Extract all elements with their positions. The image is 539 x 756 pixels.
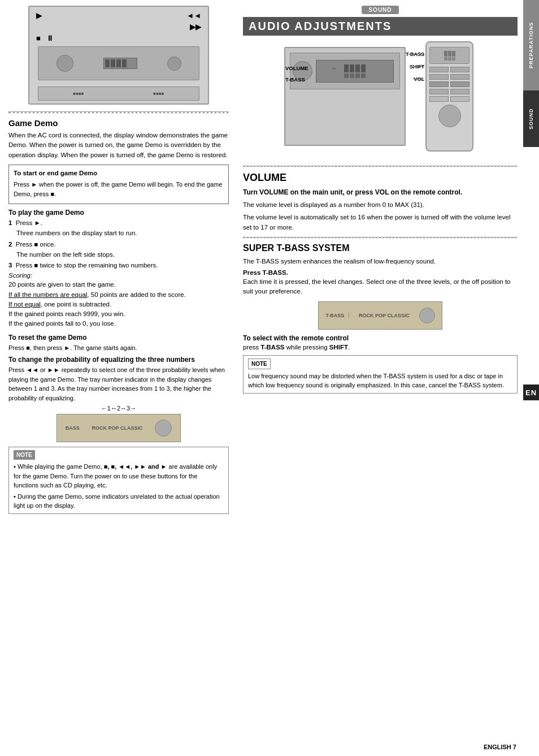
- stop-square: ■: [36, 34, 41, 42]
- side-tabs: PREPARATIONS SOUND: [523, 0, 539, 147]
- separator-1: [8, 111, 229, 114]
- remote-wheel: [429, 105, 470, 127]
- right-top-header: SOUND: [243, 6, 518, 14]
- step-3: 3 Press ■ twice to stop the remaining tw…: [8, 261, 229, 270]
- device-panel: [38, 46, 199, 80]
- volume-title: VOLUME: [243, 172, 518, 184]
- super-tbass-body-1: The T-BASS system enhances the realism o…: [243, 257, 518, 266]
- reset-demo-text: Press ■, then press ►. The game starts a…: [8, 343, 229, 353]
- play-steps: 1 Press ►. Three numbers on the display …: [8, 218, 229, 270]
- remote-control: [425, 41, 473, 152]
- unit-display: [316, 60, 394, 83]
- remote-buttons: [427, 64, 472, 105]
- tbass-display-screen: T-BASS ROCK POP CLASSIC: [318, 301, 442, 330]
- reset-demo-heading: To reset the game Demo: [8, 334, 229, 342]
- volume-body-2: The volume level is automatically set to…: [243, 213, 518, 232]
- left-column: ▶ ◄◄ ▶▶ ■ ⏸: [0, 0, 237, 524]
- note-item-1: • While playing the game Demo, ■, ■, ◄◄,…: [14, 462, 224, 490]
- pause-bars: ⏸: [46, 34, 54, 42]
- game-display-screen: BASS ROCK POP CLASSIC: [56, 414, 181, 442]
- knob-2: [167, 57, 181, 71]
- note-text-right: Low frequency sound may be distorted whe…: [248, 371, 512, 390]
- remote-select-text: press T-BASS while pressing SHIFT.: [243, 344, 518, 351]
- step-2: 2 Press ■ once.: [8, 240, 229, 249]
- two-column-layout: ▶ ◄◄ ▶▶ ■ ⏸: [0, 0, 523, 524]
- score-item-1: 20 points are given to start the game.: [8, 280, 229, 290]
- remote-select-heading: To select with the remote control: [243, 334, 518, 342]
- game-demo-body: When the AC cord is connected, the displ…: [8, 131, 229, 160]
- play-arrow: ▶: [36, 11, 42, 20]
- device-drawing-left: ▶ ◄◄ ▶▶ ■ ⏸: [28, 6, 209, 105]
- audio-adjustments-title: AUDIO ADJUSTMENTS: [243, 17, 518, 36]
- volume-section: VOLUME Turn VOLUME on the main unit, or …: [243, 172, 518, 232]
- game-demo-section: Game Demo When the AC cord is connected,…: [8, 118, 229, 514]
- volume-arrow: →: [331, 65, 337, 72]
- en-tab: En: [523, 385, 539, 400]
- super-tbass-body-2: Each time it is pressed, the level chang…: [243, 277, 518, 297]
- knob: [56, 55, 73, 72]
- start-end-demo-box: To start or end game Demo Press ► when t…: [8, 165, 229, 204]
- probability-text: Press ◄◄ or ►► repeatedly to select one …: [8, 365, 229, 403]
- score-item-5: If the gained points fall to 0, you lose…: [8, 319, 229, 329]
- main-unit: →: [284, 47, 406, 146]
- note-box-left: NOTE • While playing the game Demo, ■, ■…: [8, 447, 229, 514]
- step-1-sub: Three numbers on the display start to ru…: [16, 228, 229, 238]
- sound-tab: SOUND: [523, 90, 539, 147]
- page: PREPARATIONS SOUND En ▶ ◄◄ ▶▶ ■ ⏸: [0, 0, 539, 756]
- volume-label: VOLUME: [285, 65, 308, 71]
- device-diagram-right: →: [284, 41, 476, 160]
- note-label-right: NOTE: [248, 358, 271, 369]
- press-tbass-heading: Press T-BASS.: [243, 269, 518, 276]
- note-box-right: NOTE Low frequency sound may be distorte…: [243, 355, 518, 394]
- sound-badge: SOUND: [243, 6, 518, 14]
- note-item-2: • During the game Demo, some indicators …: [14, 492, 224, 511]
- score-item-3: If not equal, one point is subtracted.: [8, 300, 229, 309]
- page-footer: ENGLISH 7: [484, 744, 516, 750]
- separator-right-1: [243, 166, 518, 167]
- start-end-demo-body: Press ► when the power is off, the game …: [14, 180, 224, 198]
- score-item-2: If all the numbers are equal, 50 points …: [8, 290, 229, 300]
- ff-arrow: ▶▶: [190, 23, 201, 31]
- note-label-left: NOTE: [14, 450, 35, 460]
- display-bar: [103, 58, 137, 69]
- vol-label: VOL: [414, 76, 424, 82]
- tbass-label-left: T-BASS: [285, 76, 305, 83]
- remote-display: [429, 47, 470, 64]
- scoring-items: 20 points are given to start the game. I…: [8, 280, 229, 329]
- separator-right-2: [243, 237, 518, 239]
- tape-deck: ■■■■ ■■■■: [38, 87, 199, 101]
- shift-label: SHIFT: [410, 64, 424, 70]
- tbass-knob: [419, 308, 435, 323]
- step-2-sub: The number on the left side stops.: [16, 250, 229, 260]
- step-1: 1 Press ►.: [8, 218, 229, 228]
- super-tbass-section: SUPER T-BASS SYSTEM The T-BASS system en…: [243, 243, 518, 394]
- arrow-counter: ←1↔2↔3→: [8, 405, 229, 412]
- scoring-label: Scoring:: [8, 272, 229, 279]
- score-item-4: If the gained points reach 9999, you win…: [8, 309, 229, 319]
- tbass-label-right: T-BASS: [406, 51, 424, 57]
- right-column: SOUND AUDIO ADJUSTMENTS: [237, 0, 523, 524]
- play-demo-heading: To play the game Demo: [8, 209, 229, 217]
- start-end-demo-title: To start or end game Demo: [14, 169, 224, 178]
- probability-heading: To change the probability of equalizing …: [8, 356, 229, 364]
- volume-heading: Turn VOLUME on the main unit, or press V…: [243, 187, 518, 197]
- preparations-tab: PREPARATIONS: [523, 0, 539, 90]
- game-demo-title: Game Demo: [8, 118, 229, 128]
- super-tbass-title: SUPER T-BASS SYSTEM: [243, 243, 518, 253]
- display-knob: [155, 420, 172, 437]
- volume-body-1: The volume level is displayed as a numbe…: [243, 200, 518, 210]
- rewind-arrow: ◄◄: [186, 11, 201, 20]
